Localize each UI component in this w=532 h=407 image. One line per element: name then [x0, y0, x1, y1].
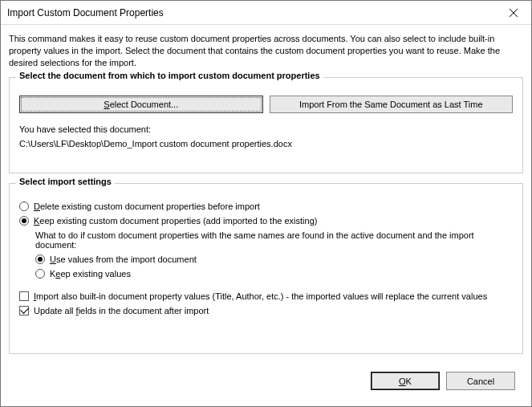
dialog-footer: OK Cancel: [9, 364, 523, 398]
close-button[interactable]: [495, 1, 531, 25]
checkbox-builtin-label: Import also built-in document property v…: [34, 291, 487, 301]
group-select-document: Select the document from which to import…: [9, 77, 523, 173]
ok-button[interactable]: OK: [371, 372, 440, 390]
titlebar: Import Custom Document Properties: [1, 1, 531, 25]
radio-icon: [19, 216, 29, 226]
radio-keep-existing-label: Keep existing values: [50, 269, 131, 279]
cancel-label: Cancel: [467, 376, 494, 386]
selected-document-status: You have selected this document:: [19, 124, 513, 134]
window-title: Import Custom Document Properties: [7, 7, 164, 18]
radio-delete-existing[interactable]: Delete existing custom document properti…: [19, 201, 513, 211]
radio-keep-existing[interactable]: Keep existing custom document properties…: [19, 216, 513, 226]
dialog-body: This command makes it easy to reuse cust…: [1, 25, 531, 406]
selected-document-path: C:\Users\LF\Desktop\Demo_Import custom d…: [19, 139, 513, 149]
checkbox-icon: [19, 306, 29, 315]
close-icon: [510, 9, 518, 17]
import-last-button[interactable]: Import From the Same Document as Last Ti…: [270, 96, 514, 113]
import-last-label: Import From the Same Document as Last Ti…: [299, 100, 483, 109]
intro-text: This command makes it easy to reuse cust…: [9, 33, 523, 69]
radio-icon: [35, 254, 45, 264]
checkbox-icon: [19, 291, 29, 301]
dialog-window: Import Custom Document Properties This c…: [0, 0, 532, 407]
checkbox-update-label: Update all fields in the document after …: [34, 306, 209, 315]
select-document-label: Select Document...: [104, 100, 178, 109]
radio-use-import-label: Use values from the import document: [50, 254, 197, 264]
group-select-document-legend: Select the document from which to import…: [16, 71, 323, 80]
group-import-settings: Select import settings Delete existing c…: [9, 183, 523, 354]
document-button-row: Select Document... Import From the Same …: [19, 96, 513, 113]
cancel-button[interactable]: Cancel: [446, 372, 515, 390]
radio-use-import-values[interactable]: Use values from the import document: [35, 254, 513, 264]
radio-keep-label: Keep existing custom document properties…: [34, 216, 317, 226]
checkbox-update-fields[interactable]: Update all fields in the document after …: [19, 306, 513, 315]
radio-icon: [35, 269, 45, 279]
conflict-description: What to do if custom document properties…: [35, 230, 513, 250]
ok-label: OK: [399, 376, 412, 386]
radio-keep-existing-values[interactable]: Keep existing values: [35, 269, 513, 279]
radio-delete-label: Delete existing custom document properti…: [34, 201, 260, 211]
group-import-settings-legend: Select import settings: [16, 177, 115, 186]
radio-icon: [19, 201, 29, 211]
select-document-button[interactable]: Select Document...: [19, 96, 263, 113]
checkbox-import-builtin[interactable]: Import also built-in document property v…: [19, 291, 513, 301]
